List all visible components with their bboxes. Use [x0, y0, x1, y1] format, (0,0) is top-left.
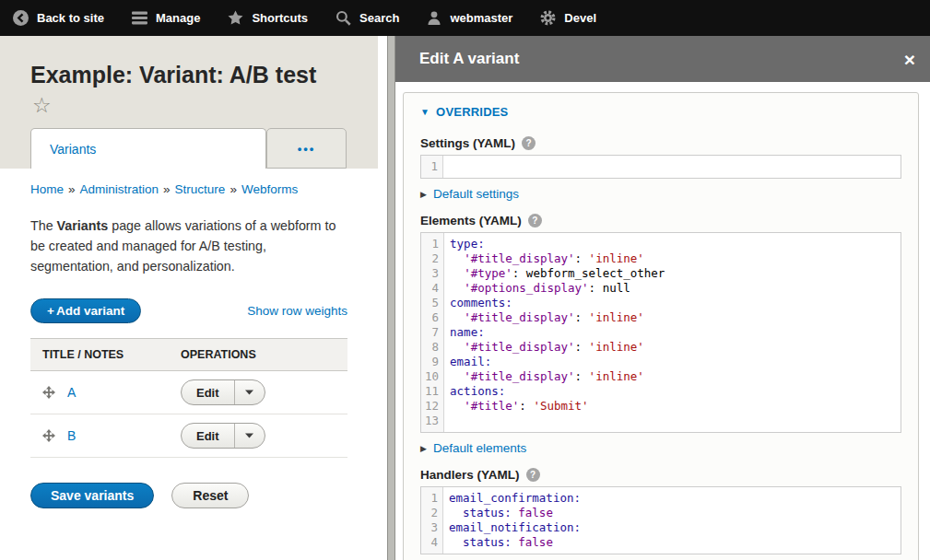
default-elements-toggle[interactable]: ▶Default elements: [420, 441, 901, 455]
settings-yaml-label: Settings (YAML): [420, 136, 515, 150]
toolbar-item-label: Devel: [564, 11, 596, 25]
admin-toolbar: Back to siteManageShortcutsSearchwebmast…: [0, 0, 930, 36]
save-variants-button[interactable]: Save variants: [30, 483, 154, 508]
variant-link[interactable]: B: [67, 428, 76, 443]
primary-tabs: Variants •••: [30, 128, 347, 169]
help-icon[interactable]: ?: [522, 136, 536, 150]
toolbar-item-search[interactable]: Search: [336, 10, 399, 26]
breadcrumb-link-webforms[interactable]: Webforms: [241, 182, 298, 196]
toolbar-item-back-to-site[interactable]: Back to site: [13, 10, 104, 26]
default-settings-toggle[interactable]: ▶Default settings: [420, 187, 901, 201]
tab-more[interactable]: •••: [266, 128, 347, 169]
toolbar-item-label: Manage: [156, 11, 200, 25]
line-numbers-gutter: 1234: [421, 487, 443, 554]
settings-yaml-editor[interactable]: 1: [420, 155, 901, 179]
operations-dropbutton: Edit: [181, 379, 265, 405]
default-settings-link[interactable]: Default settings: [433, 187, 519, 201]
column-header-operations: OPERATIONS: [169, 339, 347, 371]
elements-yaml-label: Elements (YAML): [420, 214, 522, 228]
collapse-arrow-icon: ▼: [420, 107, 430, 117]
variants-table: TITLE / NOTES OPERATIONS AEditBEdit: [30, 338, 347, 458]
expand-arrow-icon: ▶: [420, 190, 427, 199]
variants-table-body: AEditBEdit: [30, 371, 347, 458]
dropdown-toggle-button[interactable]: [234, 424, 265, 448]
breadcrumb: Home»Administration»Structure»Webforms: [30, 182, 347, 196]
elements-yaml-editor[interactable]: 12345678910111213type: '#title_display':…: [420, 232, 901, 433]
user-icon: [427, 10, 441, 26]
breadcrumb-separator: »: [64, 182, 80, 196]
line-numbers-gutter: 1: [421, 156, 443, 178]
edit-button[interactable]: Edit: [182, 424, 234, 448]
table-row-variant-a: AEdit: [30, 371, 347, 414]
help-icon[interactable]: ?: [528, 214, 542, 228]
code-content[interactable]: email_confirmation: status: falseemail_n…: [443, 487, 901, 554]
add-variant-button[interactable]: +Add variant: [30, 298, 141, 323]
dialog-resize-handle[interactable]: [387, 36, 395, 560]
toolbar-item-webmaster[interactable]: webmaster: [427, 10, 512, 26]
dialog-title: Edit A variant: [419, 50, 519, 68]
page-region: Example: Variant: A/B test ☆ Variants ••…: [0, 36, 387, 560]
breadcrumb-separator: »: [225, 182, 241, 196]
drag-handle-icon[interactable]: [42, 386, 55, 399]
breadcrumb-separator: »: [159, 182, 175, 196]
close-icon[interactable]: ×: [904, 50, 915, 69]
page-title: Example: Variant: A/B test: [0, 36, 378, 88]
toolbar-item-devel[interactable]: Devel: [540, 10, 596, 26]
code-content[interactable]: [443, 156, 901, 178]
table-row-variant-b: BEdit: [30, 414, 347, 458]
handlers-yaml-label: Handlers (YAML): [420, 468, 520, 482]
line-numbers-gutter: 12345678910111213: [421, 233, 444, 432]
tab-variants[interactable]: Variants: [30, 128, 266, 169]
expand-arrow-icon: ▶: [420, 444, 427, 453]
overrides-sections: Settings (YAML)?1▶Default settingsElemen…: [420, 136, 901, 560]
toolbar-item-manage[interactable]: Manage: [132, 11, 200, 25]
reset-button[interactable]: Reset: [171, 483, 249, 508]
breadcrumb-link-home[interactable]: Home: [30, 182, 64, 196]
edit-button[interactable]: Edit: [182, 380, 234, 404]
star-flag-icon[interactable]: ☆: [32, 95, 52, 116]
page-header: Example: Variant: A/B test ☆ Variants ••…: [0, 36, 378, 169]
star-icon: [228, 10, 243, 26]
dropdown-toggle-button[interactable]: [234, 380, 265, 404]
toolbar-item-label: webmaster: [450, 11, 512, 25]
gear-icon: [540, 10, 556, 26]
toolbar-item-label: Search: [359, 11, 399, 25]
edit-variant-dialog: Edit A variant × ▼ OVERRIDES Settings (Y…: [395, 36, 930, 560]
variant-link[interactable]: A: [67, 385, 76, 400]
handlers-label-row: Handlers (YAML)?: [420, 468, 901, 482]
operations-dropbutton: Edit: [181, 423, 265, 449]
handlers-yaml-editor[interactable]: 1234email_confirmation: status: falseema…: [420, 486, 901, 554]
elements-label-row: Elements (YAML)?: [420, 214, 901, 228]
settings-label-row: Settings (YAML)?: [420, 136, 901, 150]
menu-icon: [132, 11, 147, 25]
code-content[interactable]: type: '#title_display': 'inline' '#type'…: [444, 233, 901, 432]
toolbar-item-shortcuts[interactable]: Shortcuts: [228, 10, 308, 26]
drag-handle-icon[interactable]: [42, 429, 55, 442]
dialog-header: Edit A variant ×: [395, 36, 930, 82]
help-icon[interactable]: ?: [526, 468, 540, 482]
default-elements-link[interactable]: Default elements: [433, 441, 526, 455]
page-description: The Variants page allows variations of a…: [30, 216, 347, 276]
column-header-title: TITLE / NOTES: [30, 339, 169, 371]
plus-icon: +: [47, 304, 54, 318]
toolbar-item-label: Back to site: [37, 11, 104, 25]
breadcrumb-link-structure[interactable]: Structure: [175, 182, 226, 196]
back-icon: [13, 10, 29, 26]
toolbar-item-label: Shortcuts: [252, 11, 308, 25]
show-row-weights-link[interactable]: Show row weights: [247, 304, 347, 318]
breadcrumb-link-administration[interactable]: Administration: [80, 182, 159, 196]
search-icon: [336, 10, 351, 26]
overrides-summary[interactable]: ▼ OVERRIDES: [420, 105, 901, 119]
overrides-fieldset: ▼ OVERRIDES Settings (YAML)?1▶Default se…: [403, 92, 919, 560]
